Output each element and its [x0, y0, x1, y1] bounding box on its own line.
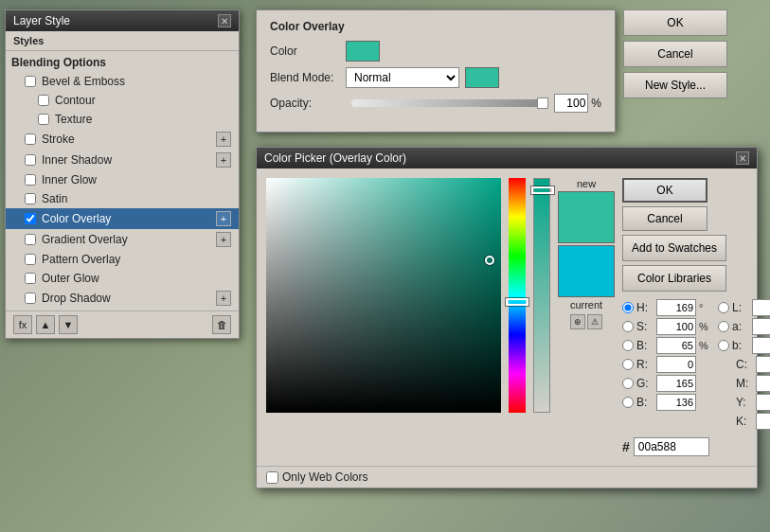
trash-button[interactable]: 🗑	[212, 315, 231, 334]
hue-strip[interactable]	[509, 178, 526, 413]
b2-input[interactable]	[656, 394, 696, 411]
satin-checkbox[interactable]	[25, 193, 36, 204]
m-input[interactable]	[756, 375, 770, 392]
b3-input[interactable]	[752, 337, 770, 354]
y-input[interactable]	[756, 394, 770, 411]
only-web-colors-checkbox[interactable]	[266, 471, 278, 484]
alpha-strip[interactable]	[533, 178, 550, 413]
drop-shadow-checkbox[interactable]	[25, 293, 36, 304]
sidebar-item-pattern-overlay[interactable]: Pattern Overlay	[6, 250, 239, 269]
k-input[interactable]	[756, 413, 770, 430]
b-radio[interactable]	[622, 340, 634, 351]
gradient-overlay-checkbox[interactable]	[25, 234, 36, 245]
warning-icon[interactable]: ⚠	[587, 314, 602, 329]
g-radio[interactable]	[622, 378, 634, 389]
sidebar-item-inner-glow[interactable]: Inner Glow	[6, 170, 239, 189]
color-picker-title: Color Picker (Overlay Color)	[264, 151, 406, 165]
opacity-slider[interactable]	[351, 99, 548, 107]
sidebar-item-gradient-overlay[interactable]: Gradient Overlay +	[6, 229, 239, 250]
r-input[interactable]	[656, 356, 696, 373]
sidebar-item-stroke[interactable]: Stroke +	[6, 129, 239, 150]
stroke-checkbox[interactable]	[25, 133, 36, 145]
cp-color-libraries-button[interactable]: Color Libraries	[622, 265, 726, 292]
stroke-plus-button[interactable]: +	[216, 132, 231, 147]
a-input[interactable]	[752, 318, 770, 335]
a-field-row: a:	[718, 318, 770, 335]
texture-label: Texture	[55, 113, 231, 126]
cp-left-fields: H: ° S: % B:	[622, 299, 712, 430]
ls-ok-button[interactable]: OK	[623, 9, 727, 36]
s-radio[interactable]	[622, 321, 634, 332]
h-unit: °	[699, 302, 712, 313]
sidebar-item-blending-options[interactable]: Blending Options	[6, 53, 239, 72]
inner-glow-checkbox[interactable]	[25, 174, 36, 186]
preview-icon-row: ⊕ ⚠	[570, 314, 602, 329]
color-swatch[interactable]	[346, 41, 380, 62]
texture-checkbox[interactable]	[38, 114, 49, 125]
contour-checkbox[interactable]	[38, 95, 49, 106]
blending-options-label: Blending Options	[11, 56, 231, 69]
l-input[interactable]	[752, 299, 770, 316]
opacity-input[interactable]	[554, 94, 588, 113]
cp-add-swatches-button[interactable]: Add to Swatches	[622, 235, 726, 261]
color-picker-dialog: Color Picker (Overlay Color) ✕ new curre…	[256, 147, 758, 488]
inner-shadow-label: Inner Shadow	[42, 153, 216, 167]
b2-radio[interactable]	[622, 397, 634, 408]
m-label: M:	[736, 377, 753, 390]
sidebar-item-texture[interactable]: Texture	[6, 110, 239, 129]
move-down-button[interactable]: ▼	[59, 315, 78, 334]
sidebar-item-inner-shadow[interactable]: Inner Shadow +	[6, 150, 239, 170]
a-radio[interactable]	[718, 321, 729, 332]
sidebar-item-drop-shadow[interactable]: Drop Shadow +	[6, 288, 239, 309]
inner-shadow-checkbox[interactable]	[25, 154, 36, 166]
blend-color-preview[interactable]	[465, 67, 499, 88]
y-label: Y:	[736, 396, 753, 409]
layer-style-titlebar: Layer Style ✕	[6, 10, 239, 31]
ls-new-style-button[interactable]: New Style...	[623, 72, 727, 98]
contour-label: Contour	[55, 94, 231, 107]
outer-glow-checkbox[interactable]	[25, 273, 36, 284]
color-overlay-checkbox[interactable]	[25, 213, 36, 224]
color-overlay-panel-title: Color Overlay	[270, 20, 601, 33]
s-input[interactable]	[656, 318, 696, 335]
move-up-button[interactable]: ▲	[36, 315, 55, 334]
sidebar-item-bevel-emboss[interactable]: Bevel & Emboss	[6, 72, 239, 91]
color-picker-close-button[interactable]: ✕	[736, 151, 749, 165]
eyedropper-icon[interactable]: ⊕	[570, 314, 585, 329]
c-input[interactable]	[756, 356, 770, 373]
layer-style-close-button[interactable]: ✕	[218, 14, 231, 27]
b3-radio[interactable]	[718, 340, 729, 351]
g-input[interactable]	[656, 375, 696, 392]
only-web-colors-label: Only Web Colors	[282, 470, 367, 484]
ls-cancel-button[interactable]: Cancel	[623, 41, 727, 67]
hex-input[interactable]	[634, 437, 709, 456]
drop-shadow-plus-button[interactable]: +	[216, 291, 231, 306]
sidebar-item-color-overlay[interactable]: Color Overlay +	[6, 208, 239, 229]
sidebar-item-satin[interactable]: Satin	[6, 189, 239, 208]
color-overlay-plus-button[interactable]: +	[216, 211, 231, 226]
h-input[interactable]	[656, 299, 696, 316]
blend-mode-select[interactable]: Normal Multiply Screen	[346, 67, 459, 88]
gradient-overlay-plus-button[interactable]: +	[216, 232, 231, 247]
color-gradient-picker[interactable]	[266, 178, 501, 413]
sidebar-item-contour[interactable]: Contour	[6, 91, 239, 110]
opacity-row: Opacity: %	[270, 94, 601, 113]
color-overlay-panel: Color Overlay Color Blend Mode: Normal M…	[256, 9, 616, 133]
bevel-emboss-checkbox[interactable]	[25, 76, 36, 87]
r-radio[interactable]	[622, 359, 634, 370]
b3-field-row: b:	[718, 337, 770, 354]
h-radio[interactable]	[622, 302, 634, 313]
b-input[interactable]	[656, 337, 696, 354]
m-field-row: M: %	[718, 375, 770, 392]
cp-ok-button[interactable]: OK	[622, 178, 707, 203]
cp-cancel-button[interactable]: Cancel	[622, 206, 707, 231]
color-picker-right-panel: OK Cancel Add to Swatches Color Librarie…	[622, 178, 770, 456]
sidebar-item-outer-glow[interactable]: Outer Glow	[6, 269, 239, 288]
inner-shadow-plus-button[interactable]: +	[216, 152, 231, 168]
l-radio[interactable]	[718, 302, 729, 313]
a-label: a:	[732, 320, 749, 333]
fx-button[interactable]: fx	[13, 315, 32, 334]
pattern-overlay-checkbox[interactable]	[25, 254, 36, 265]
layer-style-body: Styles Blending Options Bevel & Emboss C…	[6, 31, 239, 338]
outer-glow-label: Outer Glow	[42, 272, 231, 285]
